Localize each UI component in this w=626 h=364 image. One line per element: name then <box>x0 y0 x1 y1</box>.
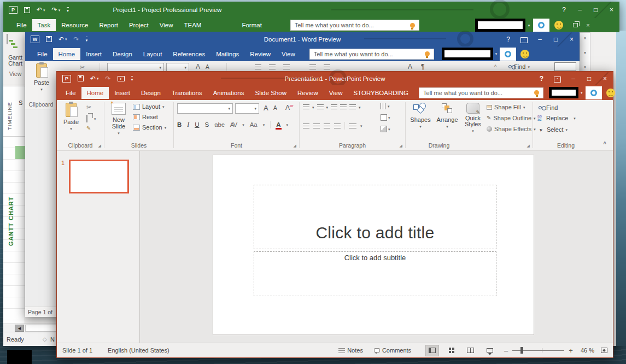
tab-format-contextual[interactable]: Format <box>233 19 270 31</box>
feedback-smiley-icon[interactable] <box>554 21 563 30</box>
slide-indicator[interactable]: Slide 1 of 1 <box>62 347 92 354</box>
bullets-icon[interactable] <box>255 64 261 70</box>
notes-button[interactable]: Notes <box>338 347 363 354</box>
customize-qat-icon[interactable]: ▾ <box>131 76 133 81</box>
scroll-left-button[interactable]: ◀ <box>15 325 24 332</box>
tell-me-search-input[interactable]: Tell me what you want to do... <box>290 20 419 31</box>
tab-task-active[interactable]: Task <box>32 19 56 31</box>
find-button[interactable]: Find ▾ <box>508 63 530 70</box>
shape-fill-button[interactable]: Shape Fill ▾ <box>487 104 525 110</box>
align-left-icon[interactable] <box>303 124 309 128</box>
multilevel-list-icon[interactable] <box>283 64 290 70</box>
feedback-smiley-icon[interactable] <box>520 50 529 58</box>
drawing-dialog-launcher[interactable]: ◢ <box>527 144 530 148</box>
numbering-icon[interactable] <box>317 104 324 110</box>
paste-button[interactable]: Paste ▾ <box>60 103 82 131</box>
tell-me-search-input[interactable]: Tell me what you want to do... <box>309 49 434 60</box>
section-button[interactable]: Section ▾ <box>133 124 166 131</box>
font-name-combo[interactable]: ▾ <box>107 63 164 72</box>
font-color-button[interactable]: A <box>276 121 280 128</box>
subtitle-placeholder[interactable]: Click to add subtitle <box>254 251 496 296</box>
redacted-account-name[interactable] <box>475 19 525 32</box>
replace-button[interactable]: ab Replace ▾ <box>537 115 576 121</box>
paste-button[interactable]: Paste ▾ <box>31 63 52 91</box>
shape-effects-button[interactable]: Shape Effects ▾ <box>487 126 536 132</box>
tab-project[interactable]: Project <box>124 19 154 31</box>
page-indicator[interactable]: Page 1 of <box>28 309 52 315</box>
grow-font-icon[interactable]: A <box>264 104 268 112</box>
undo-button[interactable]: ↶▾ <box>58 36 67 43</box>
customize-qat-icon[interactable]: ▾ <box>67 7 69 13</box>
shape-outline-button[interactable]: ✎ Shape Outline ▾ <box>487 115 536 121</box>
project-titlebar[interactable]: P ↶▾ ↷▾ ▾ Project1 - Project Professiona… <box>3 2 619 18</box>
tab-animations[interactable]: Animations <box>208 87 250 99</box>
tab-layout[interactable]: Layout <box>138 48 168 60</box>
tab-review[interactable]: Review <box>244 48 276 60</box>
increase-indent-icon[interactable] <box>324 64 330 70</box>
word-titlebar[interactable]: W ↶▾ ↷ ▾ Document1 - Word Preview ? ˆ – … <box>25 32 580 46</box>
feedback-smiley-icon[interactable] <box>606 89 615 97</box>
scrollbar-thumb[interactable] <box>25 325 56 332</box>
font-size-combo[interactable]: ▾ <box>166 63 189 72</box>
title-placeholder[interactable]: Click to add title <box>254 185 496 249</box>
help-button[interactable]: ? <box>534 75 549 83</box>
close-button[interactable]: × <box>604 6 619 14</box>
horizontal-scrollbar[interactable]: ◀ <box>3 324 56 332</box>
text-shadow-button[interactable]: S <box>204 121 209 128</box>
powerpoint-titlebar[interactable]: P ↶▾ ↷ ▸ ▾ Presentation1 - PowerPoint Pr… <box>57 72 613 85</box>
font-dialog-launcher[interactable]: ◢ <box>294 144 296 148</box>
tab-mailings[interactable]: Mailings <box>210 48 244 60</box>
shrink-font-icon[interactable]: A <box>206 64 209 70</box>
close-button[interactable]: × <box>564 36 580 43</box>
close-secondary-icon[interactable]: × <box>586 22 589 28</box>
tab-view[interactable]: View <box>276 48 301 60</box>
italic-button[interactable]: I <box>187 121 189 128</box>
clipboard-dialog-launcher[interactable]: ◢ <box>98 144 101 148</box>
gantt-chart-view-button[interactable]: Gantt Chart <box>3 55 27 67</box>
bold-button[interactable]: B <box>177 121 182 128</box>
chevron-down-icon[interactable]: ▾ <box>584 65 586 69</box>
zoom-in-button[interactable]: + <box>569 347 573 355</box>
tab-view[interactable]: View <box>324 87 348 99</box>
change-case-button[interactable]: Aa <box>250 121 258 128</box>
tab-home-active[interactable]: Home <box>81 87 109 99</box>
numbering-icon[interactable] <box>269 64 276 70</box>
redacted-account-name[interactable] <box>549 87 578 98</box>
decrease-indent-icon[interactable] <box>309 64 316 70</box>
tab-references[interactable]: References <box>167 48 210 60</box>
tab-view[interactable]: View <box>154 19 179 31</box>
chevron-down-icon[interactable]: ▾ <box>584 36 586 40</box>
gantt-sheet[interactable]: GANTT CHART <box>3 137 25 324</box>
tab-design[interactable]: Design <box>107 48 138 60</box>
align-right-icon[interactable] <box>324 124 330 128</box>
character-spacing-button[interactable]: AV <box>230 121 237 128</box>
tab-design[interactable]: Design <box>136 87 166 99</box>
underline-button[interactable]: U <box>195 121 199 128</box>
ribbon-scroll-strip[interactable]: ▾ ▾ ▾ <box>580 32 590 73</box>
minimize-button[interactable]: – <box>572 6 588 14</box>
fit-slide-to-window-icon[interactable] <box>601 348 607 353</box>
save-icon[interactable] <box>24 7 30 13</box>
tab-report[interactable]: Report <box>93 19 124 31</box>
chevron-down-icon[interactable]: ▾ <box>94 117 96 121</box>
zoom-slider[interactable] <box>512 350 564 351</box>
tab-storyboarding[interactable]: STORYBOARDING <box>348 87 414 99</box>
bullets-icon[interactable] <box>303 104 309 110</box>
align-center-icon[interactable] <box>313 124 320 128</box>
ribbon-scroll-up-icon[interactable]: ^ <box>494 64 496 69</box>
ribbon-display-options-button[interactable]: ˆ <box>516 36 532 43</box>
arrange-button[interactable]: Arrange ▾ <box>434 103 460 128</box>
account-dropdown-icon[interactable]: ▾ <box>581 91 583 95</box>
reset-button[interactable]: Reset <box>133 114 158 120</box>
chevron-down-icon[interactable]: ▾ <box>584 51 586 55</box>
copy-icon[interactable] <box>86 115 87 122</box>
redacted-account-name[interactable] <box>442 48 493 60</box>
new-slide-button[interactable]: New Slide ▾ <box>107 103 131 135</box>
tab-file[interactable]: File <box>60 87 81 99</box>
save-icon[interactable] <box>78 75 84 81</box>
cortana-icon[interactable] <box>586 86 602 99</box>
undo-button[interactable]: ↶▾ <box>37 6 45 14</box>
normal-view-button[interactable] <box>425 345 439 356</box>
paragraph-mark-icon[interactable]: ¶ <box>421 63 424 71</box>
tab-file[interactable]: File <box>11 19 32 31</box>
